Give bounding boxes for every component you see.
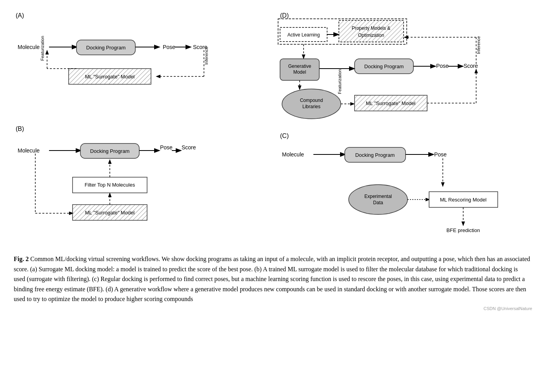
panel-d: (D) Active Learning Property Models & Op…	[276, 8, 544, 133]
svg-text:Model: Model	[293, 69, 306, 75]
svg-text:Molecule: Molecule	[18, 147, 40, 154]
svg-text:Active Learning: Active Learning	[287, 32, 320, 38]
svg-text:ML "Surrogate" Model: ML "Surrogate" Model	[366, 100, 415, 106]
svg-text:Inference: Inference	[476, 36, 481, 54]
panel-b: (B) Molecule Docking Program Pose Score	[12, 119, 263, 245]
svg-text:Score: Score	[182, 144, 196, 151]
svg-text:(B): (B)	[16, 125, 24, 132]
svg-text:(D): (D)	[280, 12, 289, 19]
svg-text:Molecule: Molecule	[18, 44, 40, 50]
svg-text:Docking Program: Docking Program	[355, 152, 394, 158]
diagrams-area: (A) Molecule Docking Program Pose Score …	[12, 8, 532, 246]
svg-text:ML "Surrogate" Model: ML "Surrogate" Model	[85, 210, 135, 216]
diagram-right: (D) Active Learning Property Models & Op…	[272, 8, 533, 246]
svg-text:ML "Surrogate" Model: ML "Surrogate" Model	[85, 74, 135, 80]
svg-text:Featurization: Featurization	[40, 36, 45, 61]
svg-text:Pose: Pose	[163, 44, 175, 50]
figure-container: (A) Molecule Docking Program Pose Score …	[12, 8, 532, 311]
svg-point-80	[349, 185, 408, 214]
caption-text: Common ML/docking virtual screening work…	[14, 256, 530, 302]
svg-text:(C): (C)	[280, 132, 289, 139]
fig-label: Fig. 2	[14, 256, 29, 262]
svg-text:Optimization: Optimization	[358, 33, 384, 38]
panel-c: (C) Molecule Docking Program Pose Experi…	[276, 127, 544, 245]
figure-caption: Fig. 2 Common ML/docking virtual screeni…	[12, 254, 532, 304]
svg-text:Docking Program: Docking Program	[86, 45, 126, 51]
svg-text:Docking Program: Docking Program	[364, 64, 403, 69]
svg-text:Molecule: Molecule	[282, 151, 304, 158]
svg-text:Pose: Pose	[434, 151, 447, 158]
svg-rect-41	[339, 20, 404, 42]
svg-text:(A): (A)	[16, 12, 24, 19]
svg-text:Libraries: Libraries	[302, 104, 320, 109]
svg-text:Inference: Inference	[204, 47, 209, 65]
svg-text:Featurization: Featurization	[337, 69, 342, 94]
svg-text:ML Rescoring Model: ML Rescoring Model	[440, 197, 486, 203]
svg-text:Pose: Pose	[436, 63, 449, 69]
svg-text:Generative: Generative	[288, 64, 311, 69]
panel-a: (A) Molecule Docking Program Pose Score …	[12, 8, 263, 129]
svg-text:Docking Program: Docking Program	[90, 148, 129, 154]
svg-text:Compound: Compound	[300, 98, 323, 103]
diagram-left: (A) Molecule Docking Program Pose Score …	[12, 8, 272, 246]
svg-text:Experimental: Experimental	[364, 194, 391, 199]
svg-text:Property Models &: Property Models &	[351, 25, 390, 31]
svg-text:BFE prediction: BFE prediction	[446, 227, 480, 233]
svg-text:Filter Top N Molecules: Filter Top N Molecules	[85, 182, 135, 188]
svg-text:Data: Data	[373, 200, 383, 205]
watermark: CSDN @UniversalNature	[12, 306, 532, 311]
svg-text:Pose: Pose	[160, 144, 173, 151]
